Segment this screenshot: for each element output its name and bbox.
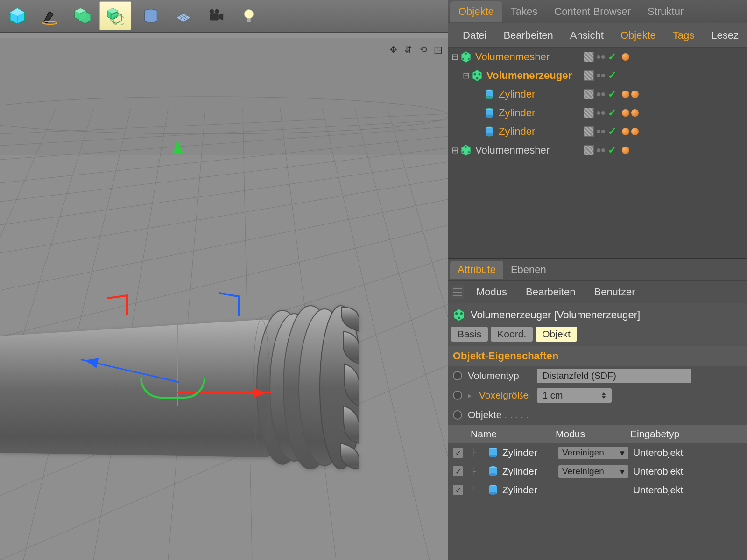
tree-label[interactable]: Volumenmesher <box>475 51 550 63</box>
floor-tool-button[interactable] <box>168 1 199 30</box>
prop-label: Objekte . . . . . <box>468 409 531 420</box>
object-hierarchy[interactable]: ⊟ Volumenmesher ✓ ⊟ Volumenerzeuger ✓ Zy… <box>448 48 747 259</box>
menu-datei[interactable]: Datei <box>454 29 495 42</box>
svg-rect-14 <box>210 13 219 20</box>
tree-row-zylinder-1[interactable]: Zylinder ✓ <box>448 85 747 104</box>
tag-icon[interactable] <box>622 53 629 61</box>
camera-tool-button[interactable] <box>200 1 232 30</box>
layer-toggle-icon[interactable] <box>584 108 594 118</box>
collapse-icon[interactable]: ⊟ <box>450 52 459 62</box>
deformer-tool-button[interactable] <box>135 1 167 30</box>
tab-objekte[interactable]: Objekte <box>450 1 502 22</box>
menu-bearbeiten[interactable]: Bearbeiten <box>495 29 561 42</box>
tab-content-browser[interactable]: Content Browser <box>546 1 639 22</box>
layer-toggle-icon[interactable] <box>584 52 594 62</box>
tag-icon[interactable] <box>622 147 629 154</box>
light-tool-button[interactable] <box>233 1 265 30</box>
xy-plane-handle[interactable] <box>140 378 205 399</box>
attr-menu-bearbeiten[interactable]: Bearbeiten <box>516 286 585 298</box>
zoom-view-icon[interactable]: ⇵ <box>402 43 415 56</box>
svg-line-24 <box>0 199 448 290</box>
animate-toggle[interactable] <box>453 391 462 400</box>
tree-row-zylinder-2[interactable]: Zylinder ✓ <box>448 104 747 122</box>
tab-struktur[interactable]: Struktur <box>639 1 692 22</box>
view-mode-icon[interactable] <box>451 29 451 42</box>
visibility-check-icon[interactable]: ✓ <box>608 51 616 63</box>
mode-dropdown[interactable]: Vereinigen▾ <box>558 465 628 478</box>
tree-label[interactable]: Zylinder <box>499 126 535 138</box>
tree-label[interactable]: Zylinder <box>499 88 535 100</box>
tab-takes[interactable]: Takes <box>502 1 546 22</box>
prop-label: Volumentyp <box>468 370 531 381</box>
row-checkbox[interactable]: ✓ <box>453 466 463 476</box>
menu-lesezeichen[interactable]: Lesez <box>703 29 747 42</box>
svg-point-74 <box>465 146 467 148</box>
tab-attribute[interactable]: Attribute <box>450 261 503 279</box>
volumenmesher-icon <box>459 144 472 157</box>
tree-label[interactable]: Volumenmesher <box>475 144 550 156</box>
volumentyp-dropdown[interactable]: Distanzfeld (SDF) <box>537 369 691 383</box>
objects-table-header: Name Modus Eingabetyp <box>448 425 747 443</box>
collapse-icon[interactable]: ⊟ <box>461 70 471 81</box>
attr-menu-benutzer[interactable]: Benutzer <box>585 286 644 298</box>
svg-point-72 <box>486 133 493 136</box>
layer-toggle-icon[interactable] <box>584 145 594 155</box>
row-checkbox[interactable]: ✓ <box>453 448 463 458</box>
layer-toggle-icon[interactable] <box>584 89 594 99</box>
visibility-check-icon[interactable]: ✓ <box>608 88 616 100</box>
tree-label[interactable]: Zylinder <box>499 107 535 119</box>
cylinder-icon <box>487 483 499 497</box>
visibility-check-icon[interactable]: ✓ <box>608 144 616 156</box>
voxel-input[interactable]: 1 cm <box>537 388 612 403</box>
spinner-icon[interactable] <box>601 390 606 401</box>
pen-tool-button[interactable] <box>34 1 66 30</box>
tag-icon[interactable] <box>622 91 629 98</box>
3d-viewport[interactable]: ✥ ⇵ ⟲ ◳ <box>0 33 448 560</box>
array-tool-button[interactable] <box>67 1 99 30</box>
cube-tool-button[interactable] <box>1 1 33 30</box>
layer-toggle-icon[interactable] <box>584 126 594 137</box>
layer-toggle-icon[interactable] <box>584 70 594 81</box>
subtab-koord[interactable]: Koord. <box>491 327 533 342</box>
tab-ebenen[interactable]: Ebenen <box>503 261 554 279</box>
menu-objekte[interactable]: Objekte <box>612 29 664 42</box>
visibility-check-icon[interactable]: ✓ <box>608 126 616 138</box>
tree-label[interactable]: Volumenerzeuger <box>486 70 572 82</box>
tree-row-volumenerzeuger[interactable]: ⊟ Volumenerzeuger ✓ <box>448 66 747 85</box>
table-row[interactable]: ✓ ├ Zylinder Vereinigen▾ Unterobjekt <box>448 462 747 481</box>
tag-icon[interactable] <box>631 128 639 135</box>
rotate-view-icon[interactable]: ⟲ <box>416 43 430 56</box>
svg-rect-19 <box>247 19 251 22</box>
expand-arrow-icon[interactable]: ▸ <box>468 391 472 400</box>
col-eingabetyp: Eingabetyp <box>630 428 679 440</box>
menu-ansicht[interactable]: Ansicht <box>562 29 612 42</box>
visibility-check-icon[interactable]: ✓ <box>608 107 616 119</box>
animate-toggle[interactable] <box>453 410 462 420</box>
prop-voxelgroesse: ▸ Voxelgröße 1 cm <box>448 385 747 405</box>
table-row[interactable]: ✓ └ Zylinder Unterobjekt <box>448 481 747 499</box>
mode-dropdown[interactable]: Vereinigen▾ <box>558 447 628 459</box>
tag-icon[interactable] <box>631 91 639 98</box>
yz-plane-handle[interactable] <box>219 292 240 316</box>
menu-tags[interactable]: Tags <box>664 29 703 42</box>
animate-toggle[interactable] <box>453 371 462 380</box>
row-checkbox[interactable]: ✓ <box>453 485 463 495</box>
tag-icon[interactable] <box>631 109 639 117</box>
subtab-basis[interactable]: Basis <box>451 327 488 342</box>
visibility-check-icon[interactable]: ✓ <box>608 70 616 82</box>
tree-row-volumenmesher-2[interactable]: ⊞ Volumenmesher ✓ <box>448 141 747 160</box>
tag-icon[interactable] <box>622 109 629 117</box>
maximize-view-icon[interactable]: ◳ <box>431 43 444 56</box>
table-row[interactable]: ✓ ├ Zylinder Vereinigen▾ Unterobjekt <box>448 443 747 462</box>
attr-view-mode-icon[interactable] <box>451 286 464 299</box>
tree-row-zylinder-3[interactable]: Zylinder ✓ <box>448 122 747 141</box>
tree-row-volumenmesher-1[interactable]: ⊟ Volumenmesher ✓ <box>448 48 747 66</box>
tag-icon[interactable] <box>622 128 629 135</box>
xz-plane-handle[interactable] <box>107 294 128 318</box>
move-view-icon[interactable]: ✥ <box>387 43 400 56</box>
expand-icon[interactable]: ⊞ <box>450 145 459 155</box>
instance-tool-button[interactable] <box>99 1 131 30</box>
subtab-objekt[interactable]: Objekt <box>536 327 577 342</box>
attr-menu-modus[interactable]: Modus <box>467 286 516 298</box>
y-axis-gizmo[interactable] <box>177 135 178 406</box>
